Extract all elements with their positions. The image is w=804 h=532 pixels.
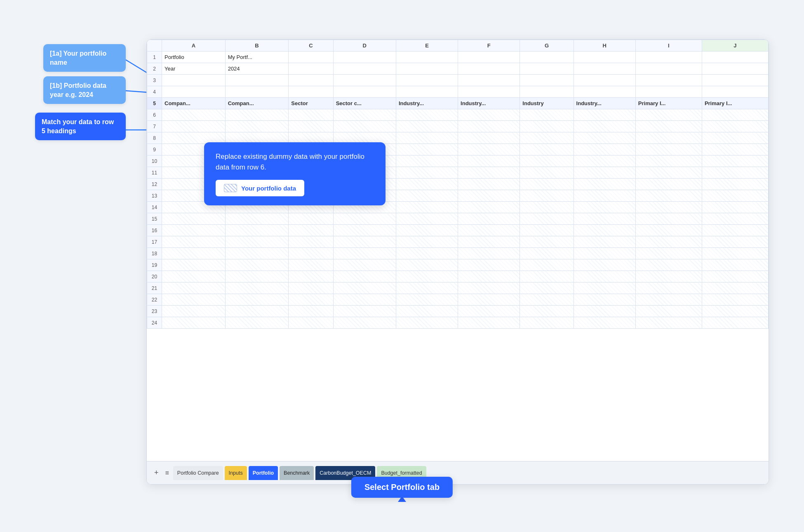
cell-2-4[interactable] [396,63,458,75]
cell-6-0[interactable] [162,109,226,121]
cell-14-6[interactable] [520,202,574,213]
cell-24-5[interactable] [458,317,520,329]
cell-10-8[interactable] [635,155,702,167]
cell-8-7[interactable] [574,132,635,144]
cell-3-8[interactable] [635,75,702,86]
cell-7-0[interactable] [162,121,226,132]
cell-3-0[interactable] [162,75,226,86]
cell-15-7[interactable] [574,213,635,225]
cell-21-7[interactable] [574,282,635,294]
cell-15-9[interactable] [702,213,768,225]
cell-16-5[interactable] [458,225,520,236]
cell-11-9[interactable] [702,167,768,179]
cell-15-0[interactable] [162,213,226,225]
cell-2-7[interactable] [574,63,635,75]
cell-4-1[interactable] [225,86,289,98]
cell-21-8[interactable] [635,282,702,294]
cell-22-2[interactable] [289,294,333,306]
cell-17-8[interactable] [635,236,702,248]
cell-4-4[interactable] [396,86,458,98]
cell-13-6[interactable] [520,190,574,202]
cell-8-9[interactable] [702,132,768,144]
cell-7-1[interactable] [225,121,289,132]
cell-4-2[interactable] [289,86,333,98]
cell-16-6[interactable] [520,225,574,236]
your-portfolio-data-button[interactable]: Your portfolio data [216,180,304,196]
cell-7-9[interactable] [702,121,768,132]
cell-7-7[interactable] [574,121,635,132]
cell-3-2[interactable] [289,75,333,86]
cell-23-7[interactable] [574,306,635,317]
cell-9-5[interactable] [458,144,520,155]
cell-21-4[interactable] [396,282,458,294]
tab-portfolio[interactable]: Portfolio [249,466,278,480]
cell-22-5[interactable] [458,294,520,306]
cell-11-5[interactable] [458,167,520,179]
cell-16-4[interactable] [396,225,458,236]
cell-20-5[interactable] [458,271,520,282]
cell-19-5[interactable] [458,259,520,271]
cell-15-4[interactable] [396,213,458,225]
cell-12-8[interactable] [635,179,702,190]
cell-18-0[interactable] [162,248,226,259]
cell-23-0[interactable] [162,306,226,317]
cell-15-1[interactable] [225,213,289,225]
cell-19-6[interactable] [520,259,574,271]
cell-17-9[interactable] [702,236,768,248]
cell-20-6[interactable] [520,271,574,282]
cell-2-6[interactable] [520,63,574,75]
cell-20-9[interactable] [702,271,768,282]
cell-17-5[interactable] [458,236,520,248]
cell-18-4[interactable] [396,248,458,259]
cell-6-8[interactable] [635,109,702,121]
cell-7-6[interactable] [520,121,574,132]
cell-18-6[interactable] [520,248,574,259]
cell-21-3[interactable] [333,282,396,294]
cell-21-6[interactable] [520,282,574,294]
cell-1-4[interactable] [396,52,458,63]
cell-19-9[interactable] [702,259,768,271]
cell-7-4[interactable] [396,121,458,132]
tab-inputs[interactable]: Inputs [225,466,247,480]
cell-17-3[interactable] [333,236,396,248]
cell-2-3[interactable] [333,63,396,75]
cell-5-2[interactable]: Sector [289,98,333,109]
cell-7-2[interactable] [289,121,333,132]
cell-18-3[interactable] [333,248,396,259]
cell-8-4[interactable] [396,132,458,144]
cell-2-5[interactable] [458,63,520,75]
cell-1-6[interactable] [520,52,574,63]
cell-9-4[interactable] [396,144,458,155]
cell-10-4[interactable] [396,155,458,167]
cell-20-2[interactable] [289,271,333,282]
cell-17-7[interactable] [574,236,635,248]
cell-2-1[interactable]: 2024 [225,63,289,75]
cell-23-9[interactable] [702,306,768,317]
cell-23-4[interactable] [396,306,458,317]
cell-14-9[interactable] [702,202,768,213]
cell-20-8[interactable] [635,271,702,282]
cell-20-0[interactable] [162,271,226,282]
cell-24-0[interactable] [162,317,226,329]
cell-16-7[interactable] [574,225,635,236]
cell-23-6[interactable] [520,306,574,317]
cell-14-8[interactable] [635,202,702,213]
cell-16-8[interactable] [635,225,702,236]
cell-13-5[interactable] [458,190,520,202]
cell-12-9[interactable] [702,179,768,190]
cell-23-5[interactable] [458,306,520,317]
cell-1-3[interactable] [333,52,396,63]
cell-5-4[interactable]: Industry... [396,98,458,109]
cell-23-1[interactable] [225,306,289,317]
cell-8-5[interactable] [458,132,520,144]
cell-5-6[interactable]: Industry [520,98,574,109]
cell-17-2[interactable] [289,236,333,248]
cell-16-0[interactable] [162,225,226,236]
cell-16-2[interactable] [289,225,333,236]
cell-15-2[interactable] [289,213,333,225]
cell-22-9[interactable] [702,294,768,306]
cell-2-9[interactable] [702,63,768,75]
cell-14-4[interactable] [396,202,458,213]
cell-24-7[interactable] [574,317,635,329]
cell-13-8[interactable] [635,190,702,202]
